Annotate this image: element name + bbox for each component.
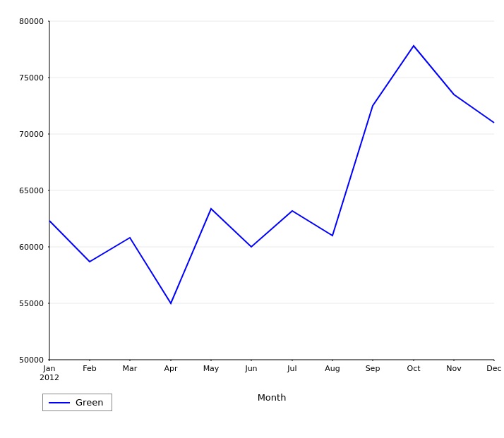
y-tick-55000: 55000 [19,299,44,308]
x-tick-jul: Jul [287,364,296,373]
legend-label: Green [76,397,103,408]
chart-svg: 50000 55000 60000 65000 70000 75000 8000… [0,0,504,438]
x-axis-label: Month [258,392,287,403]
x-tick-aug: Aug [325,364,340,373]
x-tick-sep: Sep [366,364,380,373]
x-tick-jan: Jan [43,364,56,373]
x-tick-mar: Mar [123,364,138,373]
x-tick-jun: Jun [244,364,257,373]
x-tick-2012: 2012 [40,373,59,382]
y-tick-65000: 65000 [19,186,44,195]
x-tick-feb: Feb [83,364,96,373]
x-tick-may: May [203,364,220,373]
y-tick-70000: 70000 [19,130,44,139]
x-tick-apr: Apr [164,364,178,373]
legend: Green [42,394,112,411]
y-tick-75000: 75000 [19,73,44,83]
x-tick-nov: Nov [446,364,462,373]
legend-line [49,402,70,403]
x-tick-dec: Dec [486,364,501,373]
y-tick-80000: 80000 [19,17,44,26]
y-tick-60000: 60000 [19,243,44,252]
x-tick-oct: Oct [407,364,421,373]
y-tick-50000: 50000 [19,355,44,365]
chart-container: 50000 55000 60000 65000 70000 75000 8000… [0,0,504,438]
